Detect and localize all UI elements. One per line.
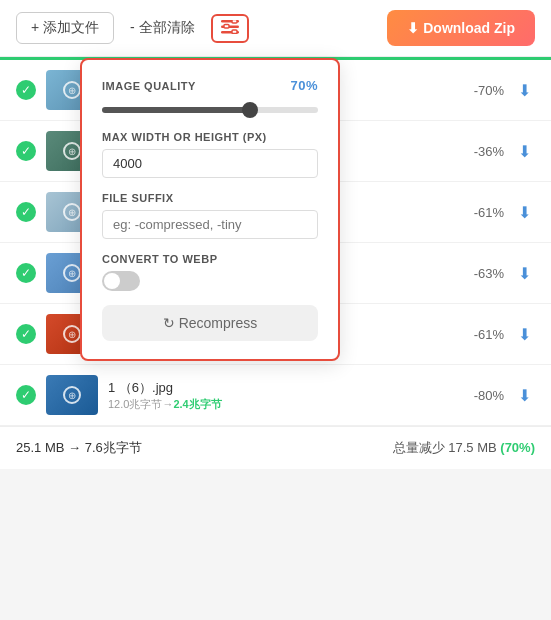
footer-arrow: →	[68, 440, 85, 455]
file-suffix-label: FILE SUFFIX	[102, 192, 174, 204]
zoom-icon: ⊕	[63, 325, 81, 343]
max-dimension-setting: MAX WIDTH OR HEIGHT (PX)	[102, 131, 318, 178]
max-dimension-input[interactable]	[102, 149, 318, 178]
file-check-icon: ✓	[16, 324, 36, 344]
file-reduction: -61%	[454, 327, 504, 342]
footer-size-from: 25.1 MB	[16, 440, 64, 455]
zoom-icon: ⊕	[63, 142, 81, 160]
file-check-icon: ✓	[16, 263, 36, 283]
footer-size-summary: 25.1 MB → 7.6兆字节	[16, 439, 142, 457]
zoom-icon: ⊕	[63, 386, 81, 404]
svg-rect-3	[232, 20, 237, 23]
svg-rect-5	[232, 30, 237, 34]
file-thumbnail: ⊕	[46, 375, 98, 415]
clear-all-button[interactable]: - 全部清除	[130, 19, 195, 37]
file-reduction: -70%	[454, 83, 504, 98]
file-check-icon: ✓	[16, 202, 36, 222]
download-zip-button[interactable]: ⬇ Download Zip	[387, 10, 535, 46]
max-dimension-label: MAX WIDTH OR HEIGHT (PX)	[102, 131, 267, 143]
zoom-icon: ⊕	[63, 264, 81, 282]
toggle-knob	[104, 273, 120, 289]
convert-webp-setting: CONVERT TO WEBP	[102, 253, 318, 291]
file-name: 1 （6）.jpg	[108, 379, 444, 397]
file-item: ✓ ⊕ 1 （6）.jpg 12.0兆字节→2.4兆字节 -80% ⬇	[0, 365, 551, 426]
recompress-button[interactable]: ↻ Recompress	[102, 305, 318, 341]
footer-summary-label: 总量减少 17.5 MB	[393, 440, 497, 455]
file-check-icon: ✓	[16, 141, 36, 161]
image-quality-label: IMAGE QUALITY	[102, 80, 196, 92]
settings-icon	[221, 20, 239, 34]
file-download-button[interactable]: ⬇	[514, 323, 535, 346]
file-reduction: -80%	[454, 388, 504, 403]
file-reduction: -61%	[454, 205, 504, 220]
size-new: 2.4兆字节	[173, 398, 221, 410]
file-suffix-input[interactable]	[102, 210, 318, 239]
header-left: + 添加文件 - 全部清除	[16, 12, 249, 44]
file-info: 1 （6）.jpg 12.0兆字节→2.4兆字节	[108, 379, 444, 412]
zoom-icon: ⊕	[63, 203, 81, 221]
file-download-button[interactable]: ⬇	[514, 79, 535, 102]
add-file-button[interactable]: + 添加文件	[16, 12, 114, 44]
file-download-button[interactable]: ⬇	[514, 262, 535, 285]
svg-rect-4	[224, 24, 229, 28]
settings-panel: IMAGE QUALITY 70% MAX WIDTH OR HEIGHT (P…	[80, 58, 340, 361]
convert-webp-label: CONVERT TO WEBP	[102, 253, 217, 265]
file-check-icon: ✓	[16, 80, 36, 100]
settings-button[interactable]	[211, 14, 249, 43]
footer-summary-percent: (70%)	[500, 440, 535, 455]
file-download-button[interactable]: ⬇	[514, 140, 535, 163]
file-download-button[interactable]: ⬇	[514, 201, 535, 224]
footer-total-summary: 总量减少 17.5 MB (70%)	[393, 439, 535, 457]
quality-value: 70%	[290, 78, 318, 93]
file-suffix-setting: FILE SUFFIX	[102, 192, 318, 239]
footer: 25.1 MB → 7.6兆字节 总量减少 17.5 MB (70%)	[0, 426, 551, 469]
file-size: 12.0兆字节→2.4兆字节	[108, 397, 444, 412]
quality-slider[interactable]	[102, 107, 318, 113]
header: + 添加文件 - 全部清除 ⬇ Download Zip	[0, 0, 551, 57]
convert-webp-toggle[interactable]	[102, 271, 140, 291]
convert-webp-toggle-container	[102, 271, 318, 291]
image-quality-setting: IMAGE QUALITY 70%	[102, 78, 318, 117]
file-check-icon: ✓	[16, 385, 36, 405]
zoom-icon: ⊕	[63, 81, 81, 99]
file-reduction: -36%	[454, 144, 504, 159]
footer-size-to: 7.6兆字节	[85, 440, 142, 455]
file-reduction: -63%	[454, 266, 504, 281]
file-download-button[interactable]: ⬇	[514, 384, 535, 407]
